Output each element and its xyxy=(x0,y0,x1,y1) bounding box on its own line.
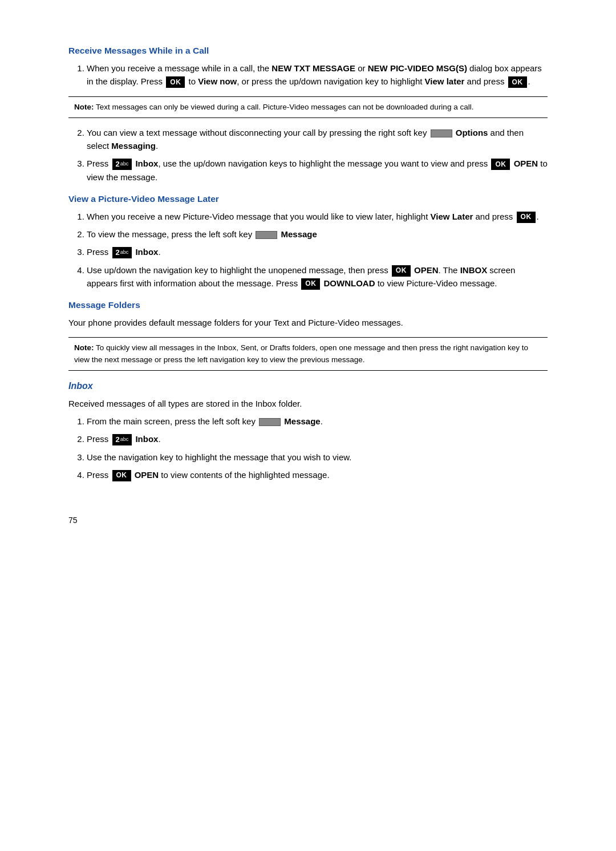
list-item: From the main screen, press the left sof… xyxy=(87,415,548,428)
soft-key-icon xyxy=(431,129,452,137)
list-item: When you receive a message while in a ca… xyxy=(87,62,548,88)
ok-button-icon: OK xyxy=(112,470,131,481)
message-folders-section: Message Folders Your phone provides defa… xyxy=(68,300,548,371)
soft-key-icon xyxy=(259,418,281,426)
view-picture-video-section: View a Picture-Video Message Later When … xyxy=(68,194,548,290)
message-folders-description: Your phone provides default message fold… xyxy=(68,316,548,329)
inbox-section: Inbox Received messages of all types are… xyxy=(68,381,548,481)
receive-messages-list: When you receive a message while in a ca… xyxy=(87,62,548,88)
note-text: Text messages can only be viewed during … xyxy=(96,103,473,111)
list-item: Press OK OPEN to view contents of the hi… xyxy=(87,468,548,481)
ok-button-icon: OK xyxy=(301,278,320,290)
receive-messages-heading: Receive Messages While in a Call xyxy=(68,46,548,56)
inbox-description: Received messages of all types are store… xyxy=(68,397,548,410)
inbox-heading: Inbox xyxy=(68,381,548,391)
list-item: Press 2abc Inbox. xyxy=(87,432,548,445)
list-item: You can view a text message without disc… xyxy=(87,126,548,153)
list-item: To view the message, press the left soft… xyxy=(87,228,548,241)
receive-messages-section: Receive Messages While in a Call When yo… xyxy=(68,46,548,184)
key-2abc-icon: 2abc xyxy=(112,247,132,258)
note-box-2: Note: To quickly view all messages in th… xyxy=(68,337,548,371)
view-picture-video-list: When you receive a new Picture-Video mes… xyxy=(87,210,548,290)
ok-button-icon: OK xyxy=(392,265,411,277)
note-label: Note: xyxy=(74,343,94,352)
page-number: 75 xyxy=(68,516,548,525)
ok-button-icon: OK xyxy=(517,212,536,223)
list-item: Use the navigation key to highlight the … xyxy=(87,451,548,464)
key-2abc-icon: 2abc xyxy=(112,159,132,170)
note-label: Note: xyxy=(74,103,94,111)
view-picture-video-heading: View a Picture-Video Message Later xyxy=(68,194,548,204)
key-2abc-icon: 2abc xyxy=(112,434,132,445)
message-folders-heading: Message Folders xyxy=(68,300,548,310)
list-item: Press 2abc Inbox, use the up/down naviga… xyxy=(87,157,548,184)
ok-button-icon: OK xyxy=(166,76,185,88)
inbox-list: From the main screen, press the left sof… xyxy=(87,415,548,481)
list-item: When you receive a new Picture-Video mes… xyxy=(87,210,548,223)
list-item: Use up/down the navigation key to highli… xyxy=(87,264,548,290)
receive-messages-list-2: You can view a text message without disc… xyxy=(87,126,548,184)
list-item: Press 2abc Inbox. xyxy=(87,245,548,258)
ok-button-icon: OK xyxy=(491,159,510,170)
note-text: To quickly view all messages in the Inbo… xyxy=(74,343,528,363)
note-box-1: Note: Text messages can only be viewed d… xyxy=(68,96,548,118)
soft-key-icon xyxy=(256,231,277,239)
ok-button-icon: OK xyxy=(508,76,527,88)
